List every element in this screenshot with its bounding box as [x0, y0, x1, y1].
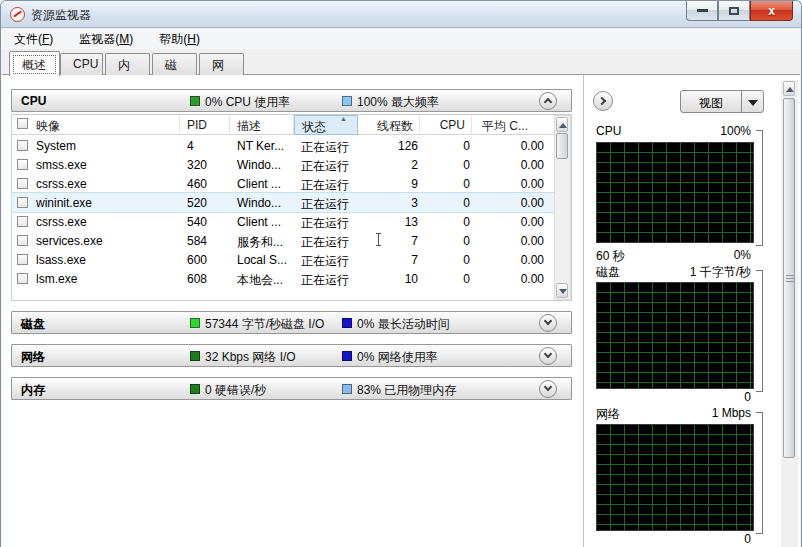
expand-network-button[interactable]: [539, 347, 557, 365]
tab-network[interactable]: 网络: [199, 53, 244, 75]
scroll-down-button[interactable]: [556, 283, 568, 298]
minimize-button[interactable]: [686, 1, 718, 21]
resource-monitor-window: 资源监视器 x 文件(F) 监视器(M) 帮助(H) 概述 CPU 内存 磁盘 …: [0, 0, 802, 547]
cell-pid: 600: [187, 253, 229, 267]
disk-graph-axis-bracket: [756, 270, 763, 392]
arrow-up-icon: [559, 123, 567, 128]
tab-disk[interactable]: 磁盘: [152, 53, 197, 75]
table-row[interactable]: csrss.exe540Client ...正在运行1300.00: [12, 212, 555, 231]
row-checkbox[interactable]: [17, 159, 28, 170]
resource-monitor-icon: [10, 7, 25, 22]
window-scrollbar-thumb[interactable]: [783, 98, 795, 458]
cell-image: csrss.exe: [36, 215, 176, 229]
disk-active-legend-label: 0% 最长活动时间: [357, 316, 450, 333]
disk-section-header[interactable]: 磁盘 57344 字节/秒磁盘 I/O 0% 最长活动时间: [11, 311, 572, 334]
memory-section-header[interactable]: 内存 0 硬错误/秒 83% 已用物理内存: [11, 377, 572, 400]
close-button[interactable]: x: [750, 1, 793, 21]
column-header-image[interactable]: 映像: [12, 115, 180, 135]
column-header-description[interactable]: 描述: [230, 115, 294, 135]
column-header-threads[interactable]: 线程数: [358, 115, 420, 135]
cell-threads: 13: [358, 215, 418, 229]
arrow-up-icon: [786, 87, 794, 92]
cell-cpu: 0: [420, 196, 470, 210]
collapse-cpu-button[interactable]: [539, 92, 557, 110]
row-checkbox[interactable]: [17, 140, 28, 151]
cell-pid: 608: [187, 272, 229, 286]
row-checkbox[interactable]: [17, 178, 28, 189]
table-scrollbar-thumb[interactable]: [556, 133, 568, 159]
views-button[interactable]: 视图: [680, 90, 764, 113]
table-scrollbar[interactable]: [554, 115, 571, 300]
disk-graph: [596, 282, 754, 389]
column-header-pid[interactable]: PID: [180, 115, 230, 135]
cell-description: 本地会...: [237, 272, 293, 289]
table-row[interactable]: csrss.exe460Client ...正在运行900.00: [12, 174, 555, 193]
cell-avg-cpu: 0.00: [472, 215, 544, 229]
chevron-down-icon: [544, 350, 552, 358]
column-header-cpu[interactable]: CPU: [420, 115, 472, 135]
row-checkbox[interactable]: [17, 235, 28, 246]
table-row[interactable]: services.exe584服务和...正在运行700.00: [12, 231, 555, 250]
expand-panel-button[interactable]: [593, 91, 613, 111]
cell-pid: 540: [187, 215, 229, 229]
tab-cpu[interactable]: CPU: [60, 53, 103, 75]
window-scroll-up-button[interactable]: [783, 81, 795, 96]
expand-memory-button[interactable]: [539, 380, 557, 398]
network-graph-title: 网络: [596, 406, 620, 423]
cpu-graph-max-label: 100%: [720, 124, 751, 138]
table-row[interactable]: lsass.exe600Local S...正在运行700.00: [12, 250, 555, 269]
expand-disk-button[interactable]: [539, 314, 557, 332]
cell-pid: 584: [187, 234, 229, 248]
cell-cpu: 0: [420, 253, 470, 267]
cell-status: 正在运行: [301, 234, 357, 251]
table-row[interactable]: smss.exe320Windo...正在运行200.00: [12, 155, 555, 174]
cpu-graph-title: CPU: [596, 124, 621, 138]
cpu-graph-axis-bracket: [756, 130, 763, 246]
cpu-freq-legend-label: 100% 最大频率: [357, 94, 439, 111]
menu-file[interactable]: 文件(F): [10, 30, 57, 49]
cell-avg-cpu: 0.00: [472, 177, 544, 191]
row-checkbox[interactable]: [17, 273, 28, 284]
cell-status: 正在运行: [301, 139, 357, 156]
views-dropdown-arrow-icon[interactable]: [741, 91, 763, 112]
cell-avg-cpu: 0.00: [472, 253, 544, 267]
cell-threads: 10: [358, 272, 418, 286]
network-graph: [596, 424, 754, 531]
maximize-button[interactable]: [718, 1, 750, 21]
chevron-right-icon: [598, 97, 606, 105]
cell-threads: 7: [358, 253, 418, 267]
row-checkbox[interactable]: [17, 254, 28, 265]
select-all-checkbox[interactable]: [17, 118, 28, 129]
row-checkbox[interactable]: [17, 197, 28, 208]
disk-io-legend-label: 57344 字节/秒磁盘 I/O: [205, 316, 324, 333]
menu-monitor[interactable]: 监视器(M): [75, 30, 137, 49]
cell-threads: 3: [358, 196, 418, 210]
memory-section-title: 内存: [21, 382, 45, 399]
network-section-header[interactable]: 网络 32 Kbps 网络 I/O 0% 网络使用率: [11, 344, 572, 367]
cell-description: Windo...: [237, 158, 293, 172]
cell-avg-cpu: 0.00: [472, 158, 544, 172]
row-checkbox[interactable]: [17, 216, 28, 227]
column-header-avg-cpu[interactable]: 平均 C...: [472, 115, 555, 135]
menu-help[interactable]: 帮助(H): [155, 30, 204, 49]
network-section-title: 网络: [21, 349, 45, 366]
column-header-status[interactable]: 状态▲: [294, 115, 358, 135]
cpu-section-title: CPU: [21, 94, 46, 108]
cell-pid: 320: [187, 158, 229, 172]
window-scrollbar[interactable]: [781, 80, 798, 547]
cell-pid: 4: [187, 139, 229, 153]
table-row[interactable]: lsm.exe608本地会...正在运行1000.00: [12, 269, 555, 288]
tab-memory[interactable]: 内存: [105, 53, 150, 75]
scroll-up-button[interactable]: [556, 117, 568, 132]
minimize-icon: [697, 9, 708, 12]
table-row[interactable]: wininit.exe520Windo...正在运行300.00: [12, 193, 555, 212]
cpu-section-header[interactable]: CPU 0% CPU 使用率 100% 最大频率: [11, 89, 572, 112]
title-bar[interactable]: 资源监视器 x: [1, 1, 801, 28]
content-area: CPU 0% CPU 使用率 100% 最大频率 映像 PID 描述 状态▲ 线…: [2, 75, 800, 547]
chevron-up-icon: [544, 98, 552, 106]
table-row[interactable]: System4NT Ker...正在运行12600.00: [12, 136, 555, 155]
network-graph-min-label: 0: [744, 532, 751, 546]
disk-graph-max-label: 1 千字节/秒: [690, 264, 751, 281]
tab-overview[interactable]: 概述: [9, 51, 60, 76]
cell-image: services.exe: [36, 234, 176, 248]
